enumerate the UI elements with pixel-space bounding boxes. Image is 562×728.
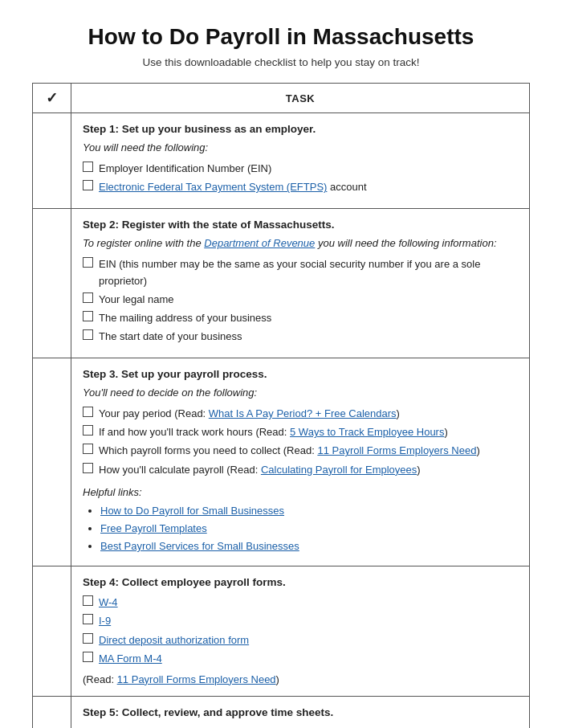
step3-title: Step 3. Set up your payroll process. [83, 366, 518, 383]
step1-checklist: Employer Identification Number (EIN) Ele… [83, 161, 518, 195]
free-templates-link[interactable]: Free Payroll Templates [100, 522, 207, 534]
list-item: Free Payroll Templates [100, 521, 518, 537]
step4-checklist: W-4 I-9 Direct deposit authorization for… [83, 595, 518, 667]
item-text: W-4 [99, 595, 118, 611]
list-item: MA Form M-4 [83, 651, 518, 667]
direct-deposit-link[interactable]: Direct deposit authorization form [99, 634, 249, 646]
item-text: How you'll calculate payroll (Read: Calc… [99, 462, 421, 478]
item-text: MA Form M-4 [99, 651, 162, 667]
list-item: The mailing address of your business [83, 310, 518, 326]
step1-subtitle: You will need the following: [83, 140, 518, 156]
checkbox-icon[interactable] [83, 311, 93, 321]
task-cell: Step 1: Set up your business as an emplo… [71, 113, 530, 209]
list-item: Which payroll forms you need to collect … [83, 443, 518, 459]
item-text: Employer Identification Number (EIN) [99, 161, 271, 177]
list-item: W-4 [83, 595, 518, 611]
pay-period-link[interactable]: What Is A Pay Period? + Free Calendars [209, 407, 397, 419]
task-cell: Step 2: Register with the state of Massa… [71, 209, 530, 358]
check-cell [33, 209, 71, 358]
list-item: Direct deposit authorization form [83, 632, 518, 648]
step1-title: Step 1: Set up your business as an emplo… [83, 121, 518, 138]
checkbox-icon[interactable] [83, 614, 93, 624]
helpful-links-label: Helpful links: [83, 485, 518, 501]
checkbox-icon[interactable] [83, 444, 93, 454]
checkbox-icon[interactable] [83, 463, 93, 473]
list-item: The start date of your business [83, 329, 518, 345]
step3-checklist: Your pay period (Read: What Is A Pay Per… [83, 406, 518, 478]
task-cell: Step 4: Collect employee payroll forms. … [71, 566, 530, 697]
check-cell [33, 566, 71, 697]
step5-title: Step 5: Collect, review, and approve tim… [83, 705, 518, 722]
list-item: If and how you'll track work hours (Read… [83, 424, 518, 440]
list-item: Best Payroll Services for Small Business… [100, 538, 518, 554]
col-task-header: TASK [71, 84, 530, 113]
step4-read-note: (Read: 11 Payroll Forms Employers Need) [83, 672, 518, 688]
col-check-header: ✓ [33, 84, 71, 113]
helpful-links-list: How to Do Payroll for Small Businesses F… [100, 503, 518, 554]
item-text: Which payroll forms you need to collect … [99, 443, 480, 459]
ma-form-m4-link[interactable]: MA Form M-4 [99, 652, 162, 665]
table-row: Step 4: Collect employee payroll forms. … [33, 566, 530, 697]
check-cell [33, 358, 71, 566]
list-item: How to Do Payroll for Small Businesses [100, 503, 518, 519]
list-item: Your legal name [83, 292, 518, 308]
track-hours-link[interactable]: 5 Ways to Track Employee Hours [290, 426, 444, 438]
list-item: Electronic Federal Tax Payment System (E… [83, 179, 518, 195]
checkbox-icon[interactable] [83, 180, 93, 190]
checkbox-icon[interactable] [83, 425, 93, 436]
i9-link[interactable]: I-9 [99, 615, 111, 627]
item-text: The start date of your business [99, 329, 242, 345]
step4-forms-link[interactable]: 11 Payroll Forms Employers Need [117, 673, 276, 685]
checkbox-icon[interactable] [83, 162, 93, 172]
item-text: Electronic Federal Tax Payment System (E… [99, 179, 367, 195]
checkbox-icon[interactable] [83, 595, 93, 606]
item-text: Your legal name [99, 292, 173, 308]
item-text: Your pay period (Read: What Is A Pay Per… [99, 406, 400, 422]
page-subtitle: Use this downloadable checklist to help … [32, 56, 530, 68]
table-row: Step 2: Register with the state of Massa… [33, 209, 530, 358]
list-item: How you'll calculate payroll (Read: Calc… [83, 462, 518, 478]
calc-payroll-link[interactable]: Calculating Payroll for Employees [261, 464, 417, 476]
checkbox-icon[interactable] [83, 652, 93, 662]
table-row: Step 5: Collect, review, and approve tim… [33, 696, 530, 728]
checkbox-icon[interactable] [83, 633, 93, 644]
checkbox-icon[interactable] [83, 292, 93, 303]
dor-link[interactable]: Department of Revenue [204, 237, 315, 249]
page-title: How to Do Payroll in Massachusetts [32, 24, 530, 50]
check-cell [33, 696, 71, 728]
list-item: I-9 [83, 613, 518, 629]
item-text: If and how you'll track work hours (Read… [99, 424, 448, 440]
step4-title: Step 4: Collect employee payroll forms. [83, 575, 518, 591]
checklist-table: ✓ TASK Step 1: Set up your business as a… [32, 83, 530, 728]
step2-subtitle: To register online with the Department o… [83, 235, 518, 252]
item-text: Direct deposit authorization form [99, 632, 249, 648]
item-text: I-9 [99, 613, 111, 629]
small-biz-payroll-link[interactable]: How to Do Payroll for Small Businesses [100, 505, 284, 517]
checkbox-icon[interactable] [83, 257, 93, 268]
payroll-forms-link[interactable]: 11 Payroll Forms Employers Need [317, 444, 476, 456]
w4-link[interactable]: W-4 [99, 596, 118, 608]
table-row: Step 3. Set up your payroll process. You… [33, 358, 530, 566]
task-cell: Step 5: Collect, review, and approve tim… [71, 696, 530, 728]
list-item: Your pay period (Read: What Is A Pay Per… [83, 406, 518, 422]
task-cell: Step 3. Set up your payroll process. You… [71, 358, 530, 566]
list-item: Employer Identification Number (EIN) [83, 161, 518, 177]
eftps-link[interactable]: Electronic Federal Tax Payment System (E… [99, 181, 327, 193]
step2-title: Step 2: Register with the state of Massa… [83, 217, 518, 234]
list-item: EIN (this number may be the same as your… [83, 256, 518, 288]
item-text: EIN (this number may be the same as your… [99, 256, 518, 288]
table-row: Step 1: Set up your business as an emplo… [33, 113, 530, 209]
check-cell [33, 113, 71, 209]
checkbox-icon[interactable] [83, 407, 93, 417]
checkbox-icon[interactable] [83, 329, 93, 340]
step3-subtitle: You'll need to decide on the following: [83, 385, 518, 401]
item-text: The mailing address of your business [99, 310, 271, 326]
step2-checklist: EIN (this number may be the same as your… [83, 256, 518, 345]
best-services-link[interactable]: Best Payroll Services for Small Business… [100, 540, 299, 552]
